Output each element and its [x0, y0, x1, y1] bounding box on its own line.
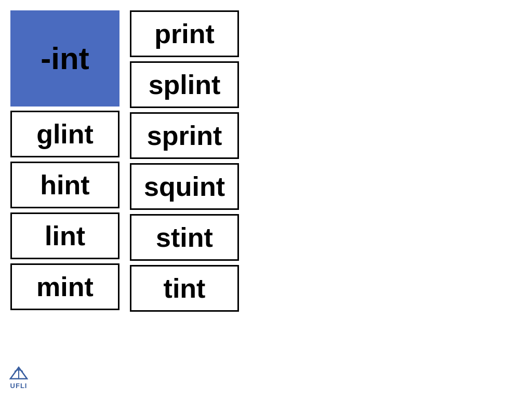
- word-glint: glint: [36, 118, 94, 150]
- word-card-splint[interactable]: splint: [130, 61, 239, 108]
- ufli-logo: UFLI: [9, 366, 28, 390]
- word-card-squint[interactable]: squint: [130, 163, 239, 210]
- word-card-mint[interactable]: mint: [10, 263, 119, 310]
- word-card-tint[interactable]: tint: [130, 265, 239, 312]
- word-mint: mint: [36, 271, 94, 302]
- word-card-lint[interactable]: lint: [10, 212, 119, 259]
- word-card-hint[interactable]: hint: [10, 162, 119, 208]
- right-column: print splint sprint squint stint tint: [130, 10, 239, 312]
- word-hint: hint: [40, 169, 89, 201]
- word-splint: splint: [149, 69, 221, 100]
- word-card-stint[interactable]: stint: [130, 214, 239, 261]
- ufli-icon: [9, 366, 28, 381]
- word-card-sprint[interactable]: sprint: [130, 112, 239, 159]
- suffix-header: -int: [10, 10, 119, 107]
- word-stint: stint: [156, 222, 213, 253]
- word-lint: lint: [45, 220, 85, 251]
- word-card-glint[interactable]: glint: [10, 111, 119, 157]
- word-tint: tint: [164, 273, 206, 304]
- suffix-label: -int: [41, 41, 89, 76]
- ufli-text: UFLI: [10, 382, 28, 390]
- left-column: -int glint hint lint mint: [10, 10, 119, 310]
- word-print: print: [154, 18, 215, 49]
- word-card-print[interactable]: print: [130, 10, 239, 57]
- word-squint: squint: [144, 171, 225, 202]
- word-sprint: sprint: [147, 120, 222, 151]
- main-container: -int glint hint lint mint print splint s…: [0, 0, 532, 322]
